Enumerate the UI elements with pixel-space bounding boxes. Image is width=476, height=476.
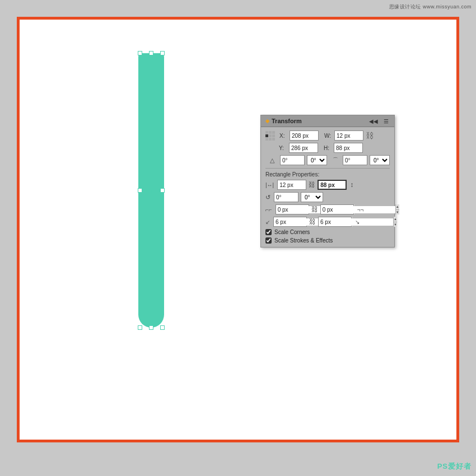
rect-angle-input[interactable] [274, 192, 298, 202]
w-input[interactable] [334, 130, 363, 141]
handle-bot-left[interactable] [138, 325, 142, 330]
panel-collapse-button[interactable]: ◀◀ [368, 118, 379, 124]
rect-height-icon: ↕ [350, 181, 353, 189]
corner-bl-icon: ↙ [265, 219, 270, 225]
scale-corners-row: Scale Corners [265, 229, 390, 235]
corner-tl-spinner[interactable]: ▲ ▼ [276, 204, 309, 214]
panel-header: ◆ Transform ◀◀ ☰ [261, 115, 394, 127]
corner-bottom-row: ↙ ▲ ▼ ⛓ ▲ ▼ ↘ [265, 217, 390, 227]
corner-bottom-chain: ⛓ [309, 218, 316, 226]
x-input[interactable] [290, 130, 319, 141]
skew-icon: ⌒ [333, 156, 340, 164]
rotate-skew-row: △ 0° ⌒ 0° [265, 155, 390, 165]
corner-top-row: ⌐⌐ ▲ ▼ ⛓ ▲ ▼ ¬¬ [265, 204, 390, 214]
handle-top-mid[interactable] [149, 51, 153, 55]
divider-1 [265, 168, 390, 169]
corner-tr-up[interactable]: ▲ [396, 204, 399, 210]
corner-br-up[interactable]: ▲ [394, 217, 397, 222]
corner-tl-icon: ⌐⌐ [265, 207, 272, 213]
scale-corners-checkbox[interactable] [265, 229, 272, 235]
rect-angle-select[interactable]: 0° [301, 192, 323, 202]
h-label: H: [324, 145, 332, 151]
corner-br-icon: ↘ [355, 219, 360, 225]
rect-width-icon: |↔| [265, 182, 274, 188]
transform-panel: ◆ Transform ◀◀ ☰ [260, 115, 395, 248]
diamond-icon: ◆ [265, 118, 269, 124]
rect-chain-icon: ⛓ [309, 181, 315, 189]
corner-tr-spinner[interactable]: ▲ ▼ [320, 204, 354, 214]
corner-br-spinner[interactable]: ▲ ▼ [318, 217, 352, 227]
rect-height-input[interactable] [318, 180, 347, 190]
w-label: W: [324, 133, 332, 139]
handle-bot-mid[interactable] [149, 325, 153, 330]
rotate-select[interactable]: 0° [307, 155, 327, 165]
scale-strokes-label: Scale Strokes & Effects [274, 237, 333, 244]
xw-row: X: W: ⛓ [265, 130, 390, 141]
corner-tr-icon: ¬¬ [357, 207, 364, 213]
rect-properties-label: Rectangle Properties: [265, 171, 390, 178]
scale-corners-label: Scale Corners [274, 229, 310, 235]
rect-angle-row: ↺ 0° [265, 192, 390, 202]
handle-mid-left[interactable] [138, 188, 142, 193]
yh-row: Y: H: [265, 143, 390, 153]
y-input[interactable] [289, 143, 318, 153]
corner-bl-spinner[interactable]: ▲ ▼ [273, 217, 307, 227]
watermark-bottom: PS爱好者 [437, 461, 472, 472]
rect-angle-icon: ↺ [265, 194, 270, 201]
rotate-input[interactable] [280, 155, 305, 165]
handle-bot-right[interactable] [160, 325, 165, 330]
watermark-rest: 爱好者 [448, 462, 472, 470]
watermark-ps: PS [437, 462, 448, 470]
panel-title-text: Transform [272, 118, 302, 124]
panel-body: X: W: ⛓ Y: H: △ 0° [261, 127, 394, 247]
watermark-top: 思缘设计论坛 www.missyuan.com [389, 3, 472, 11]
shape-container: + [132, 53, 171, 328]
corner-tr-down[interactable]: ▼ [396, 210, 399, 215]
center-point: + [150, 189, 153, 192]
corner-chain-icon: ⛓ [311, 206, 318, 213]
scale-strokes-row: Scale Strokes & Effects [265, 237, 390, 244]
skew-input[interactable] [343, 155, 367, 165]
rect-wh-row: |↔| ⛓ ↕ [265, 180, 390, 190]
scale-strokes-checkbox[interactable] [265, 237, 272, 244]
x-label: X: [279, 133, 287, 139]
panel-menu-button[interactable]: ☰ [382, 118, 390, 124]
skew-select[interactable]: 0° [370, 155, 390, 165]
rotate-icon: △ [270, 157, 278, 164]
main-canvas: + ◆ Transform ◀◀ ☰ [17, 17, 459, 442]
panel-controls: ◀◀ ☰ [368, 118, 390, 124]
handle-mid-right[interactable] [160, 188, 165, 193]
handle-top-left[interactable] [138, 51, 142, 55]
chain-icon-xy: ⛓ [366, 131, 374, 140]
panel-title: ◆ Transform [265, 118, 302, 124]
corner-br-down[interactable]: ▼ [394, 222, 397, 227]
handle-top-right[interactable] [160, 51, 165, 55]
rect-width-input[interactable] [277, 180, 306, 190]
y-label: Y: [279, 145, 287, 151]
h-input[interactable] [334, 143, 363, 153]
